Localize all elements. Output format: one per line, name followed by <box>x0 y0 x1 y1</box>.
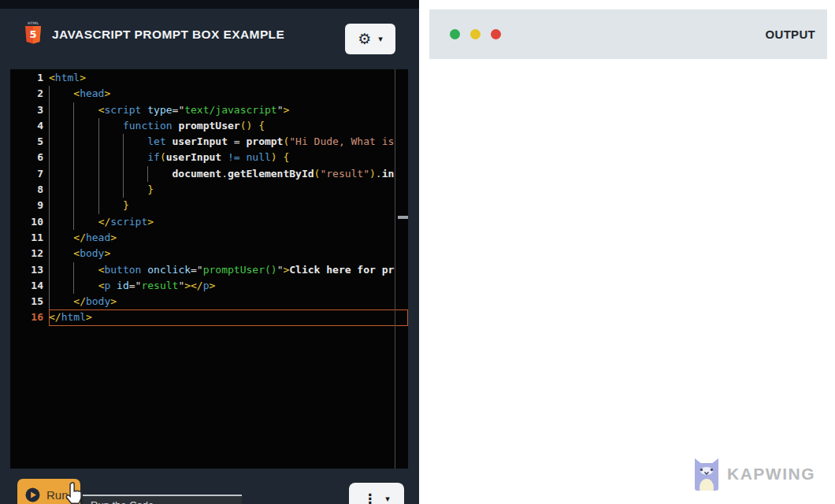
code-line[interactable]: 4 function promptUser() { <box>10 118 408 134</box>
line-number: 4 <box>10 118 43 134</box>
line-number: 5 <box>10 134 43 150</box>
indent-guide <box>73 182 74 198</box>
kapwing-watermark: KAPWING <box>692 458 815 491</box>
indent-guide <box>49 246 50 261</box>
code-line[interactable]: 2 <head> <box>10 86 408 102</box>
line-number: 6 <box>10 150 43 165</box>
code-line[interactable]: 6 if(userInput != null) { <box>10 150 408 165</box>
code-line[interactable]: 8 } <box>10 182 408 198</box>
code-panel: HTML 5 JAVASCRIPT PROMPT BOX EXAMPLE ⚙ ▾… <box>0 0 419 504</box>
indent-guide <box>73 134 74 150</box>
mouse-cursor-hand-icon <box>65 481 86 504</box>
line-number: 9 <box>10 198 43 213</box>
code-line[interactable]: 9 } <box>10 198 408 213</box>
code-line[interactable]: 7 document.getElementById("result").in <box>10 166 408 182</box>
chevron-down-icon: ▾ <box>385 494 390 504</box>
html5-logo-icon: HTML 5 <box>24 20 43 49</box>
code-line-content: let userInput = prompt("Hi Dude, What is <box>49 134 408 150</box>
line-number: 13 <box>10 262 43 278</box>
indent-guide <box>49 102 50 118</box>
indent-guide <box>73 150 74 165</box>
code-line[interactable]: 16</html> <box>10 309 408 325</box>
indent-guide <box>49 214 50 230</box>
indent-guide <box>98 150 99 165</box>
output-label: OUTPUT <box>766 28 815 41</box>
play-icon <box>25 487 40 502</box>
indent-guide <box>98 118 99 134</box>
output-panel: OUTPUT KAPWING <box>419 0 835 504</box>
output-header: OUTPUT <box>429 9 827 59</box>
code-editor[interactable]: 1<html>2 <head>3 <script type="text/java… <box>10 69 408 469</box>
code-line-content: </html> <box>49 309 408 325</box>
traffic-lights <box>450 29 501 39</box>
indent-guide <box>98 134 99 150</box>
indent-guide <box>123 134 124 150</box>
indent-guide <box>49 198 50 213</box>
code-line[interactable]: 3 <script type="text/javascript"> <box>10 102 408 118</box>
indent-guide <box>49 118 50 134</box>
indent-guide <box>49 230 50 246</box>
code-line-content: <p id="result"></p> <box>49 278 408 294</box>
code-line-content: } <box>49 182 408 198</box>
code-line-content: if(userInput != null) { <box>49 150 408 165</box>
indent-guide <box>73 102 74 118</box>
line-number: 10 <box>10 214 43 230</box>
line-number: 16 <box>10 309 43 325</box>
indent-guide <box>98 166 99 182</box>
indent-guide <box>49 134 50 150</box>
indent-guide <box>49 86 50 102</box>
line-number: 3 <box>10 102 43 118</box>
indent-guide <box>49 182 50 198</box>
indent-guide <box>49 150 50 165</box>
line-number: 8 <box>10 182 43 198</box>
indent-guide <box>123 166 124 182</box>
indent-guide <box>73 198 74 213</box>
indent-guide <box>49 262 50 278</box>
svg-text:5: 5 <box>29 28 36 40</box>
code-line[interactable]: 11 </head> <box>10 230 408 246</box>
app: HTML 5 JAVASCRIPT PROMPT BOX EXAMPLE ⚙ ▾… <box>0 0 835 504</box>
scrollbar-thumb[interactable] <box>398 216 408 219</box>
code-lines: 1<html>2 <head>3 <script type="text/java… <box>10 70 408 326</box>
code-line-content: document.getElementById("result").in <box>49 166 408 182</box>
code-line[interactable]: 10 </script> <box>10 214 408 230</box>
code-line-content: function promptUser() { <box>49 118 408 134</box>
code-line-content: <head> <box>49 86 408 102</box>
line-number: 11 <box>10 230 43 246</box>
ide-header: HTML 5 JAVASCRIPT PROMPT BOX EXAMPLE ⚙ ▾ <box>0 9 419 61</box>
code-line[interactable]: 5 let userInput = prompt("Hi Dude, What … <box>10 134 408 150</box>
code-line[interactable]: 13 <button onclick="promptUser()">Click … <box>10 262 408 278</box>
top-strip <box>0 0 419 9</box>
gear-icon: ⚙ <box>358 32 371 46</box>
indent-guide <box>123 150 124 165</box>
kebab-menu-icon: ⋮ <box>363 492 377 504</box>
print-margin-ruler <box>395 69 395 469</box>
kapwing-mascot-icon <box>692 458 722 491</box>
code-line-content: } <box>49 198 408 213</box>
indent-guide <box>147 166 148 182</box>
indent-guide <box>49 294 50 309</box>
code-line[interactable]: 15 </body> <box>10 294 408 309</box>
code-line-content: <script type="text/javascript"> <box>49 102 408 118</box>
indent-guide <box>73 262 74 278</box>
code-line[interactable]: 1<html> <box>10 70 408 86</box>
indent-guide <box>73 214 74 230</box>
code-line-content: </body> <box>49 294 408 309</box>
code-line[interactable]: 12 <body> <box>10 246 408 261</box>
line-number: 15 <box>10 294 43 309</box>
line-number: 12 <box>10 246 43 261</box>
settings-button[interactable]: ⚙ ▾ <box>345 24 395 54</box>
kapwing-watermark-text: KAPWING <box>727 465 815 484</box>
indent-guide <box>49 166 50 182</box>
line-number: 1 <box>10 70 43 86</box>
green-dot-icon <box>450 29 460 39</box>
more-options-button[interactable]: ⋮ ▾ <box>349 483 404 504</box>
code-line-content: <button onclick="promptUser()">Click her… <box>49 262 408 278</box>
code-line-content: <html> <box>49 70 408 86</box>
line-number: 7 <box>10 166 43 182</box>
page-title: JAVASCRIPT PROMPT BOX EXAMPLE <box>52 28 284 42</box>
indent-guide <box>73 166 74 182</box>
code-line[interactable]: 14 <p id="result"></p> <box>10 278 408 294</box>
indent-guide <box>73 118 74 134</box>
svg-text:HTML: HTML <box>28 21 39 25</box>
